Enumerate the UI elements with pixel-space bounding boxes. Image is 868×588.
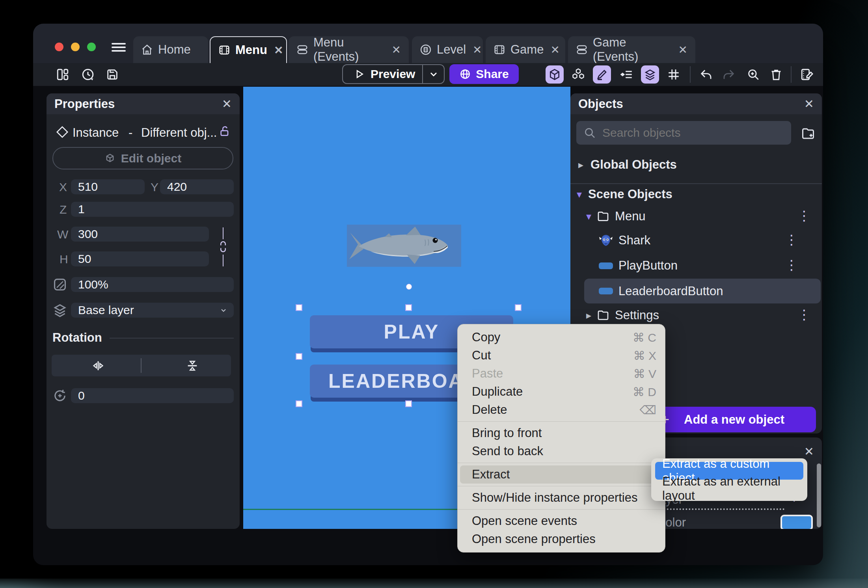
tab-close-icon[interactable]: ✕ (274, 44, 283, 57)
kebab-menu-icon[interactable]: ⋮ (785, 257, 798, 273)
extract-submenu: Extract as a custom object Extract as an… (651, 458, 807, 501)
menu-item-cut[interactable]: Cut⌘ X (458, 346, 665, 365)
edit-pencil-icon[interactable] (593, 65, 611, 84)
selection-handle[interactable] (296, 353, 302, 360)
global-objects-section[interactable]: ▸ Global Objects (578, 158, 677, 172)
edit-events-sheet-icon[interactable] (798, 65, 816, 84)
close-icon[interactable]: ✕ (222, 97, 232, 111)
panels-layout-icon[interactable] (54, 65, 72, 84)
search-box[interactable] (576, 121, 791, 145)
menu-item-duplicate[interactable]: Duplicate⌘ D (458, 383, 665, 401)
layers-icon[interactable] (641, 65, 659, 84)
events-icon (296, 44, 308, 56)
desktop: Home Menu ✕ Menu (Events) ✕ Level ✕ Game… (0, 0, 868, 588)
maximize-window-button[interactable] (87, 43, 96, 51)
tab-menu[interactable]: Menu ✕ (210, 36, 287, 63)
history-icon[interactable] (79, 65, 97, 84)
x-input[interactable] (71, 179, 145, 194)
search-input[interactable] (602, 126, 777, 140)
chevron-down-icon[interactable] (428, 69, 439, 80)
z-input[interactable] (71, 202, 234, 217)
preview-button[interactable]: Preview (342, 64, 445, 84)
save-icon[interactable] (103, 65, 121, 84)
home-icon (141, 44, 153, 56)
w-input[interactable] (71, 227, 209, 242)
objects-3d-view-icon[interactable] (546, 65, 564, 84)
search-icon (583, 127, 596, 139)
menu-item-bring-to-front[interactable]: Bring to front (458, 424, 665, 442)
menu-item-delete[interactable]: Delete⌫ (458, 401, 665, 419)
menu-divider (458, 463, 665, 463)
main-menu-icon[interactable] (112, 43, 126, 52)
instance-properties-icon[interactable] (618, 65, 636, 84)
zoom-in-icon[interactable] (744, 65, 762, 84)
tab-close-icon[interactable]: ✕ (678, 43, 687, 56)
tab-close-icon[interactable]: ✕ (473, 43, 482, 56)
tree-row-leaderboardbutton-selected[interactable]: LeaderboardButton ⋮ (584, 279, 821, 303)
tab-home[interactable]: Home (133, 36, 208, 63)
tab-level[interactable]: Level ✕ (412, 36, 483, 63)
tree-row-menu-folder[interactable]: ▾ Menu ⋮ (586, 208, 815, 224)
layer-select[interactable]: Base layer (71, 303, 234, 318)
close-window-button[interactable] (55, 43, 63, 51)
y-input[interactable] (160, 179, 234, 194)
divider (690, 66, 691, 83)
angle-input[interactable] (71, 388, 234, 403)
add-new-object-button[interactable]: + Add a new object (652, 407, 816, 432)
tab-menu-events[interactable]: Menu (Events) ✕ (289, 36, 409, 63)
folder-icon (597, 309, 609, 322)
instance-type-label: Instance (73, 126, 119, 140)
divider (791, 66, 792, 83)
close-icon[interactable]: ✕ (804, 445, 814, 458)
menu-item-extract[interactable]: Extract› (460, 465, 663, 484)
tab-close-icon[interactable]: ✕ (392, 43, 401, 56)
tree-row-settings-folder[interactable]: ▸ Settings ⋮ (586, 307, 815, 323)
triangle-right-icon: ▸ (586, 309, 591, 322)
color-swatch[interactable] (780, 515, 813, 529)
trash-icon[interactable] (767, 65, 785, 84)
scene-objects-section[interactable]: ▾ Scene Objects (577, 187, 672, 201)
menu-item-open-scene-events[interactable]: Open scene events (458, 512, 665, 530)
menu-item-copy[interactable]: Copy⌘ C (458, 328, 665, 346)
shark-sprite[interactable] (347, 225, 461, 267)
menu-item-send-to-back[interactable]: Send to back (458, 442, 665, 460)
flip-horizontal-icon[interactable] (91, 359, 105, 372)
submenu-item-extract-external-layout[interactable]: Extract as an external layout (655, 480, 803, 497)
menu-item-open-scene-properties[interactable]: Open scene properties (458, 530, 665, 548)
tab-game-events[interactable]: Game (Events) ✕ (568, 36, 695, 63)
selection-handle[interactable] (296, 400, 302, 407)
instances-icon[interactable] (569, 65, 587, 84)
add-folder-icon[interactable] (801, 127, 815, 141)
undo-icon[interactable] (697, 65, 715, 84)
h-input[interactable] (71, 251, 209, 266)
selection-handle[interactable] (515, 304, 522, 311)
instance-diamond-icon (56, 126, 69, 138)
redo-icon[interactable] (720, 65, 738, 84)
selection-handle[interactable] (296, 304, 302, 311)
add-object-label: Add a new object (684, 413, 784, 427)
edit-object-button[interactable]: Edit object (52, 147, 233, 169)
tab-close-icon[interactable]: ✕ (550, 43, 559, 56)
grid-icon[interactable] (665, 65, 683, 84)
scrollbar[interactable] (817, 463, 821, 527)
x-label: X (59, 180, 67, 194)
lock-open-icon[interactable] (218, 125, 231, 138)
menu-item-paste[interactable]: Paste⌘ V (458, 365, 665, 383)
link-aspect-icon[interactable] (219, 241, 227, 253)
tree-row-shark[interactable]: Shark ⋮ (599, 232, 815, 249)
selection-handle[interactable] (405, 400, 412, 407)
kebab-menu-icon[interactable]: ⋮ (797, 307, 811, 322)
tab-game[interactable]: Game ✕ (486, 36, 565, 63)
tree-row-label: Settings (615, 308, 659, 322)
share-button[interactable]: Share (449, 64, 519, 84)
opacity-input[interactable] (71, 277, 234, 292)
kebab-menu-icon[interactable]: ⋮ (797, 208, 811, 223)
menu-item-show-hide-instance-properties[interactable]: Show/Hide instance properties (458, 489, 665, 507)
tree-row-playbutton[interactable]: PlayButton ⋮ (599, 257, 815, 274)
rotation-handle[interactable] (406, 284, 412, 290)
close-icon[interactable]: ✕ (804, 97, 814, 111)
flip-vertical-icon[interactable] (186, 359, 199, 372)
kebab-menu-icon[interactable]: ⋮ (785, 232, 798, 247)
minimize-window-button[interactable] (71, 43, 80, 51)
selection-handle[interactable] (405, 304, 412, 311)
